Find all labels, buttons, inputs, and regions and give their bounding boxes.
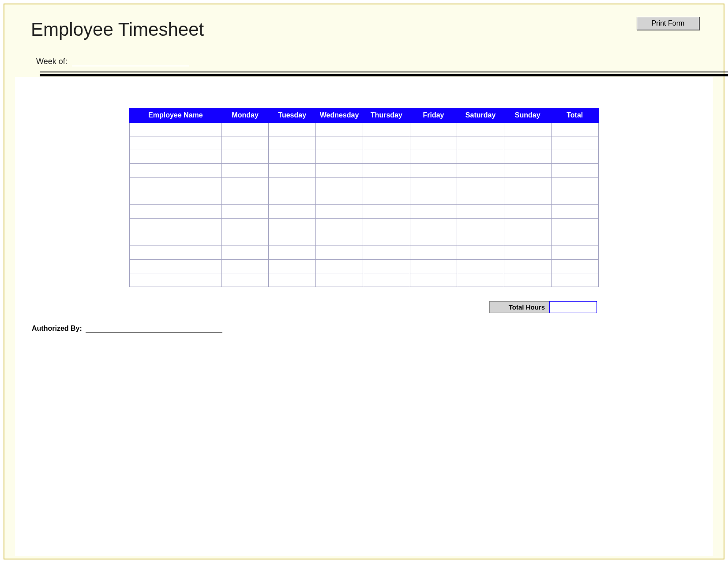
table-cell[interactable] <box>363 178 410 191</box>
table-cell[interactable] <box>457 191 504 205</box>
table-cell[interactable] <box>410 219 457 232</box>
table-cell[interactable] <box>316 178 363 191</box>
table-cell[interactable] <box>363 246 410 260</box>
table-cell[interactable] <box>130 246 222 260</box>
table-cell[interactable] <box>130 273 222 287</box>
table-cell[interactable] <box>130 178 222 191</box>
table-cell[interactable] <box>457 205 504 219</box>
table-cell[interactable] <box>316 150 363 164</box>
table-cell[interactable] <box>410 150 457 164</box>
table-cell[interactable] <box>504 150 551 164</box>
table-cell[interactable] <box>410 191 457 205</box>
table-cell[interactable] <box>551 260 598 273</box>
table-cell[interactable] <box>504 205 551 219</box>
table-cell[interactable] <box>410 232 457 246</box>
table-cell[interactable] <box>504 191 551 205</box>
table-cell[interactable] <box>221 178 269 191</box>
table-cell[interactable] <box>363 123 410 136</box>
table-cell[interactable] <box>269 205 316 219</box>
table-cell[interactable] <box>130 232 222 246</box>
table-cell[interactable] <box>363 205 410 219</box>
table-cell[interactable] <box>130 260 222 273</box>
table-cell[interactable] <box>269 123 316 136</box>
table-cell[interactable] <box>551 232 598 246</box>
table-cell[interactable] <box>410 136 457 150</box>
table-cell[interactable] <box>504 123 551 136</box>
table-cell[interactable] <box>551 219 598 232</box>
table-cell[interactable] <box>410 205 457 219</box>
table-cell[interactable] <box>269 273 316 287</box>
table-cell[interactable] <box>130 123 222 136</box>
table-cell[interactable] <box>269 191 316 205</box>
table-cell[interactable] <box>316 164 363 178</box>
table-cell[interactable] <box>551 164 598 178</box>
table-cell[interactable] <box>363 219 410 232</box>
table-cell[interactable] <box>130 219 222 232</box>
table-cell[interactable] <box>130 150 222 164</box>
table-cell[interactable] <box>221 150 269 164</box>
table-cell[interactable] <box>457 260 504 273</box>
table-cell[interactable] <box>316 219 363 232</box>
table-cell[interactable] <box>316 246 363 260</box>
table-cell[interactable] <box>504 178 551 191</box>
table-cell[interactable] <box>457 136 504 150</box>
table-cell[interactable] <box>457 164 504 178</box>
table-cell[interactable] <box>551 205 598 219</box>
table-cell[interactable] <box>551 136 598 150</box>
table-cell[interactable] <box>221 246 269 260</box>
table-cell[interactable] <box>316 136 363 150</box>
table-cell[interactable] <box>221 232 269 246</box>
table-cell[interactable] <box>457 178 504 191</box>
table-cell[interactable] <box>363 191 410 205</box>
table-cell[interactable] <box>457 123 504 136</box>
table-cell[interactable] <box>316 205 363 219</box>
table-cell[interactable] <box>316 260 363 273</box>
table-cell[interactable] <box>551 246 598 260</box>
table-cell[interactable] <box>551 178 598 191</box>
table-cell[interactable] <box>457 150 504 164</box>
table-cell[interactable] <box>269 150 316 164</box>
table-cell[interactable] <box>221 123 269 136</box>
table-cell[interactable] <box>221 260 269 273</box>
table-cell[interactable] <box>269 136 316 150</box>
table-cell[interactable] <box>363 150 410 164</box>
table-cell[interactable] <box>410 273 457 287</box>
table-cell[interactable] <box>221 191 269 205</box>
table-cell[interactable] <box>457 232 504 246</box>
table-cell[interactable] <box>221 164 269 178</box>
table-cell[interactable] <box>130 136 222 150</box>
table-cell[interactable] <box>316 123 363 136</box>
table-cell[interactable] <box>410 260 457 273</box>
table-cell[interactable] <box>363 260 410 273</box>
table-cell[interactable] <box>504 273 551 287</box>
print-form-button[interactable]: Print Form <box>637 17 699 30</box>
table-cell[interactable] <box>410 246 457 260</box>
table-cell[interactable] <box>457 219 504 232</box>
table-cell[interactable] <box>457 273 504 287</box>
table-cell[interactable] <box>504 232 551 246</box>
table-cell[interactable] <box>410 178 457 191</box>
total-hours-value[interactable] <box>549 301 597 313</box>
table-cell[interactable] <box>363 136 410 150</box>
table-cell[interactable] <box>551 150 598 164</box>
table-cell[interactable] <box>269 164 316 178</box>
table-cell[interactable] <box>457 246 504 260</box>
table-cell[interactable] <box>269 219 316 232</box>
table-cell[interactable] <box>504 260 551 273</box>
table-cell[interactable] <box>316 191 363 205</box>
table-cell[interactable] <box>316 273 363 287</box>
table-cell[interactable] <box>221 136 269 150</box>
table-cell[interactable] <box>221 205 269 219</box>
table-cell[interactable] <box>504 219 551 232</box>
authorized-by-input[interactable] <box>86 325 222 333</box>
table-cell[interactable] <box>504 246 551 260</box>
table-cell[interactable] <box>130 164 222 178</box>
table-cell[interactable] <box>363 273 410 287</box>
table-cell[interactable] <box>130 205 222 219</box>
table-cell[interactable] <box>551 123 598 136</box>
table-cell[interactable] <box>316 232 363 246</box>
table-cell[interactable] <box>221 273 269 287</box>
table-cell[interactable] <box>410 123 457 136</box>
table-cell[interactable] <box>363 164 410 178</box>
table-cell[interactable] <box>269 232 316 246</box>
